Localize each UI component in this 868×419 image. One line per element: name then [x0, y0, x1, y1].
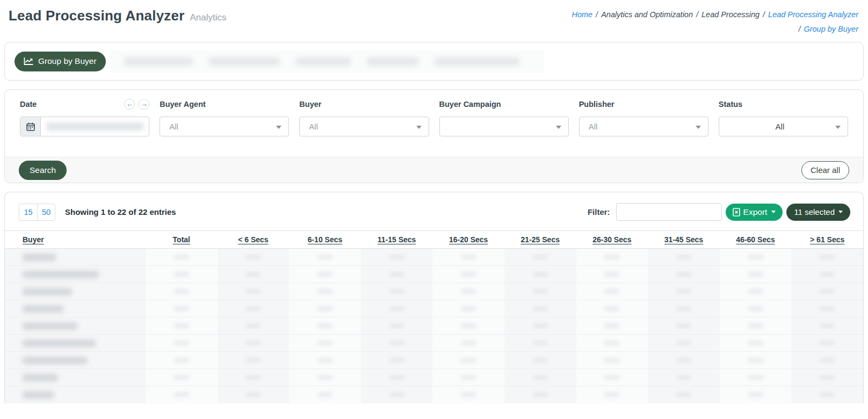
- table-row: [5, 283, 863, 300]
- redacted-text: [676, 306, 691, 311]
- column-header-lt6[interactable]: < 6 Secs: [218, 231, 290, 249]
- column-header-26-30[interactable]: 26-30 Secs: [576, 231, 648, 249]
- redacted-value-cell: [289, 283, 361, 300]
- redacted-value-cell: [146, 335, 218, 352]
- breadcrumb-group-by-buyer[interactable]: Group by Buyer: [804, 25, 858, 33]
- redacted-text: [533, 289, 548, 294]
- publisher-select[interactable]: All: [579, 117, 708, 136]
- redacted-buyer-cell: [5, 317, 146, 335]
- redacted-value-cell: [504, 386, 576, 403]
- redacted-value-cell: [648, 369, 720, 386]
- column-header-total[interactable]: Total: [146, 231, 218, 249]
- date-range-input[interactable]: [20, 117, 149, 136]
- redacted-text: [748, 255, 763, 259]
- page-size-50-button[interactable]: 50: [37, 204, 55, 221]
- redacted-button[interactable]: [367, 57, 418, 66]
- group-by-buyer-label: Group by Buyer: [38, 56, 97, 66]
- redacted-text: [174, 358, 189, 363]
- redacted-value-cell: [361, 283, 433, 300]
- showing-entries-text: Showing 1 to 22 of 22 entries: [65, 207, 176, 216]
- redacted-text: [245, 255, 261, 259]
- column-header-11-15[interactable]: 11-15 Secs: [361, 231, 433, 249]
- redacted-text: [820, 358, 835, 363]
- redacted-value-cell: [289, 266, 361, 283]
- page-subtitle: Analytics: [190, 12, 227, 23]
- redacted-value-cell: [432, 300, 504, 317]
- redacted-text: [245, 375, 261, 380]
- date-prev-button[interactable]: ←: [124, 99, 135, 110]
- column-header-16-20[interactable]: 16-20 Secs: [432, 231, 504, 249]
- redacted-value-cell: [146, 352, 218, 369]
- redacted-button[interactable]: [435, 57, 519, 66]
- status-select[interactable]: All: [719, 117, 848, 136]
- redacted-text: [389, 323, 404, 328]
- redacted-text: [245, 289, 261, 294]
- redacted-text: [245, 323, 261, 328]
- redacted-value-cell: [361, 369, 433, 386]
- column-header-31-45[interactable]: 31-45 Secs: [648, 231, 720, 249]
- redacted-value-cell: [218, 249, 290, 266]
- redacted-value-cell: [504, 249, 576, 266]
- search-button[interactable]: Search: [19, 161, 67, 180]
- excel-file-icon: [733, 208, 740, 216]
- redacted-buyer-cell: [5, 249, 146, 266]
- redacted-value-cell: [146, 300, 218, 317]
- redacted-text: [820, 323, 835, 328]
- redacted-text: [174, 272, 189, 277]
- redacted-value-cell: [648, 283, 720, 300]
- export-button[interactable]: Export: [726, 204, 783, 221]
- redacted-value-cell: [576, 249, 648, 266]
- redacted-text: [676, 272, 691, 277]
- redacted-text: [748, 289, 763, 294]
- group-by-buyer-button[interactable]: Group by Buyer: [15, 52, 106, 71]
- redacted-value-cell: [576, 386, 648, 403]
- status-label: Status: [719, 100, 742, 109]
- redacted-value-cell: [289, 386, 361, 403]
- redacted-text: [533, 272, 548, 277]
- redacted-value-cell: [218, 335, 290, 352]
- redacted-value-cell: [218, 352, 290, 369]
- redacted-button[interactable]: [209, 57, 280, 66]
- clear-all-button[interactable]: Clear all: [801, 161, 849, 179]
- columns-selected-dropdown[interactable]: 11 selected: [786, 204, 850, 221]
- redacted-value-cell: [504, 335, 576, 352]
- table-row: [5, 300, 863, 317]
- table-row: [5, 317, 863, 335]
- redacted-value-cell: [432, 352, 504, 369]
- table-filter-input[interactable]: [616, 203, 722, 221]
- breadcrumb-lead-processing-analyzer[interactable]: Lead Processing Analyzer: [768, 10, 858, 19]
- calendar-icon[interactable]: [20, 117, 41, 136]
- date-next-button[interactable]: →: [139, 99, 149, 110]
- redacted-button[interactable]: [296, 57, 351, 66]
- redacted-value-cell: [720, 369, 792, 386]
- redacted-text: [317, 358, 332, 363]
- breadcrumb-home[interactable]: Home: [572, 10, 592, 19]
- redacted-text: [389, 392, 404, 397]
- redacted-value-cell: [576, 352, 648, 369]
- redacted-value-cell: [432, 266, 504, 283]
- column-header-6-10[interactable]: 6-10 Secs: [289, 231, 361, 249]
- breadcrumb: Home/Analytics and Optimization/Lead Pro…: [572, 8, 858, 37]
- column-header-46-60[interactable]: 46-60 Secs: [720, 231, 792, 249]
- redacted-text: [533, 392, 548, 397]
- column-header-buyer[interactable]: Buyer: [5, 231, 146, 249]
- redacted-value-cell: [432, 249, 504, 266]
- redacted-text: [533, 323, 548, 328]
- chevron-down-icon: [556, 126, 561, 129]
- buyer-agent-select[interactable]: All: [160, 117, 289, 136]
- redacted-text: [23, 339, 96, 347]
- redacted-button[interactable]: [124, 57, 193, 66]
- redacted-text: [389, 358, 404, 363]
- buyer-campaign-select[interactable]: [439, 117, 569, 136]
- redacted-text: [820, 272, 835, 277]
- redacted-buyer-cell: [5, 369, 146, 386]
- redacted-text: [23, 271, 99, 278]
- buyer-select[interactable]: All: [299, 117, 429, 136]
- redacted-value-cell: [791, 352, 863, 369]
- column-header-21-25[interactable]: 21-25 Secs: [504, 231, 576, 249]
- redacted-value-cell: [146, 283, 218, 300]
- column-header-gt61[interactable]: > 61 Secs: [791, 231, 863, 249]
- redacted-value-cell: [432, 335, 504, 352]
- page-size-15-button[interactable]: 15: [19, 204, 37, 221]
- redacted-text: [245, 341, 261, 345]
